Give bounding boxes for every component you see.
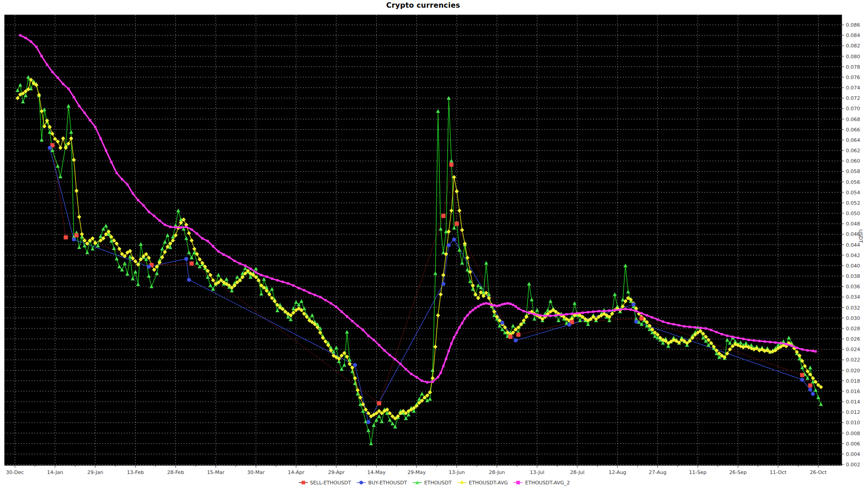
y-axis-tick-label: 0.032 — [846, 305, 860, 311]
y-axis-tick-label: 0.086 — [846, 22, 860, 28]
y-axis-tick-label: 0.024 — [846, 347, 860, 352]
y-axis-tick-label: 0.050 — [846, 211, 860, 216]
y-axis-tick-label: 0.078 — [846, 64, 860, 70]
y-axis-tick-label: 0.062 — [846, 148, 860, 154]
legend-item-buy-ethousdt: BUY-ETHOUSDT — [356, 480, 407, 486]
legend-item-ethousdt-avg: ETHOUSDT-AVG — [457, 480, 508, 486]
y-axis-tick-label: 0.026 — [846, 336, 860, 342]
y-axis-tick-label: 0.082 — [846, 43, 860, 49]
y-axis-tick-label: 0.018 — [846, 378, 860, 384]
y-axis-tick-label: 0.038 — [846, 273, 860, 279]
x-axis-tick-label: 29-Apr — [328, 469, 344, 475]
y-axis-tick-label: 0.048 — [846, 221, 860, 227]
ethousdt-avg-marker-icon — [457, 480, 467, 485]
buy-ethousdt-marker-icon — [356, 480, 366, 485]
x-axis-tick-label: 27-Aug — [649, 469, 666, 475]
y-axis-tick-label: 0.010 — [846, 420, 860, 426]
y-axis-tick-label: 0.036 — [846, 284, 860, 290]
y-axis-tick-label: 0.030 — [846, 315, 860, 321]
y-axis-tick-label: 0.058 — [846, 169, 860, 174]
x-axis-tick-label: 13-Feb — [127, 469, 144, 475]
y-axis-tick-label: 0.002 — [846, 462, 860, 468]
y-axis-tick-label: 0.070 — [846, 106, 860, 112]
x-axis-tick-label: 11-Oct — [770, 469, 787, 475]
x-axis-tick-label: 13-Jun — [448, 469, 465, 475]
x-axis-tick-label: 26-Sep — [729, 469, 747, 475]
x-axis-tick-label: 29-Jan — [87, 469, 104, 475]
y-axis-tick-label: 0.066 — [846, 127, 860, 133]
y-axis-tick-label: 0.054 — [846, 190, 860, 196]
y-axis-tick-label: 0.006 — [846, 441, 860, 447]
y-axis-tick-label: 0.020 — [846, 368, 860, 374]
x-axis-tick-label: 11-Sep — [689, 469, 707, 475]
ethousdt-avg_2-marker-icon — [513, 480, 523, 485]
legend-item-sell-ethousdt: SELL-ETHOUSDT — [298, 480, 351, 486]
x-axis-tick-label: 29-May — [407, 469, 426, 475]
x-axis-tick-label: 14-Apr — [288, 469, 305, 475]
y-axis-tick-label: 0.016 — [846, 389, 860, 394]
y-axis-tick-label: 0.040 — [846, 263, 860, 269]
y-axis-tick-label: 0.022 — [846, 357, 860, 363]
legend-label: BUY-ETHOUSDT — [368, 480, 407, 486]
y-axis-tick-label: 0.080 — [846, 54, 860, 60]
chart-title: Crypto currencies — [5, 1, 842, 9]
legend-item-ethousdt-avg_2: ETHOUSDT-AVG_2 — [513, 480, 570, 486]
x-axis-tick-label: 28-Jun — [489, 469, 505, 475]
ethousdt-marker-icon — [412, 480, 422, 485]
y-axis-tick-label: 0.052 — [846, 200, 860, 206]
x-axis-tick-label: 15-Mar — [207, 469, 225, 475]
x-axis-tick-label: 26-Oct — [810, 469, 827, 475]
y-axis-tick-label: 0.056 — [846, 179, 860, 185]
y-axis-tick-label: 0.034 — [846, 294, 860, 300]
legend-item-ethousdt: ETHOUSDT — [412, 480, 452, 486]
x-axis-tick-label: 12-Aug — [609, 469, 626, 475]
y-axis-tick-label: 0.042 — [846, 253, 860, 258]
y-axis-tick-label: 0.004 — [846, 451, 860, 457]
y-axis-tick-label: 0.074 — [846, 85, 860, 91]
chart-figure: 30-Dec14-Jan29-Jan13-Feb28-Feb15-Mar30-M… — [0, 0, 868, 488]
y-axis-title: USDT — [857, 229, 863, 243]
legend-label: ETHOUSDT — [424, 480, 452, 486]
y-axis-tick-label: 0.014 — [846, 399, 860, 405]
legend-label: ETHOUSDT-AVG_2 — [525, 480, 570, 486]
y-axis-tick-label: 0.072 — [846, 95, 860, 101]
x-axis-tick-label: 28-Jul — [570, 469, 585, 475]
y-axis-tick-label: 0.060 — [846, 158, 860, 164]
y-axis-tick-label: 0.084 — [846, 33, 860, 38]
y-axis-tick-label: 0.076 — [846, 75, 860, 80]
legend: SELL-ETHOUSDTBUY-ETHOUSDTETHOUSDTETHOUSD… — [0, 478, 868, 487]
y-axis-tick-label: 0.012 — [846, 409, 860, 415]
x-axis-tick-label: 30-Mar — [247, 469, 265, 475]
legend-label: SELL-ETHOUSDT — [310, 480, 351, 486]
legend-label: ETHOUSDT-AVG — [469, 480, 508, 486]
chart-canvas: 30-Dec14-Jan29-Jan13-Feb28-Feb15-Mar30-M… — [0, 0, 868, 488]
x-axis-tick-label: 28-Feb — [167, 469, 184, 475]
y-axis-tick-label: 0.008 — [846, 431, 860, 436]
x-axis-tick-label: 30-Dec — [6, 469, 24, 475]
y-axis-tick-label: 0.068 — [846, 117, 860, 122]
x-axis-tick-label: 14-May — [367, 469, 386, 475]
x-axis-tick-label: 14-Jan — [47, 469, 63, 475]
x-axis-tick-label: 13-Jul — [530, 469, 544, 475]
sell-ethousdt-marker-icon — [298, 480, 308, 485]
y-axis-tick-label: 0.064 — [846, 137, 860, 143]
y-axis-tick-label: 0.028 — [846, 326, 860, 332]
